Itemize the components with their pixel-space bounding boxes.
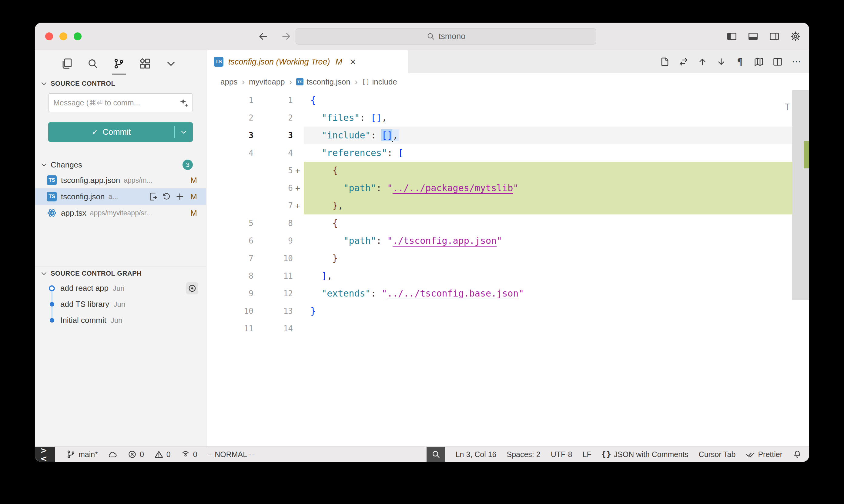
- ports[interactable]: 0: [181, 447, 197, 462]
- forward-icon[interactable]: [281, 31, 292, 42]
- breadcrumb-item[interactable]: TStsconfig.json: [296, 77, 350, 87]
- zoom-indicator[interactable]: [427, 447, 445, 462]
- file-row[interactable]: app.tsxapps/myviteapp/sr...M: [35, 205, 206, 221]
- code-line[interactable]: 5+ {: [206, 162, 809, 179]
- source-control-graph-header[interactable]: SOURCE CONTROL GRAPH: [35, 267, 206, 280]
- changes-section-header[interactable]: Changes 3: [35, 158, 206, 172]
- tab-tsconfig-working-tree[interactable]: TS tsconfig.json (Working Tree) M ×: [206, 50, 408, 73]
- zoom-window-button[interactable]: [74, 32, 82, 40]
- eol[interactable]: LF: [583, 447, 591, 462]
- editor-scrollbar[interactable]: [792, 90, 809, 300]
- diff-add-marker: [293, 285, 304, 302]
- target-icon[interactable]: [186, 282, 198, 294]
- next-change-icon[interactable]: [717, 57, 726, 67]
- explorer-view-button[interactable]: [54, 50, 80, 77]
- extensions-view-button[interactable]: [132, 50, 158, 77]
- diff-add-marker: [293, 320, 304, 337]
- source-control-section-header[interactable]: SOURCE CONTROL: [35, 77, 206, 90]
- more-actions-icon[interactable]: ···: [792, 57, 801, 67]
- file-row[interactable]: TStsconfig.jsona...M: [35, 188, 206, 205]
- warnings[interactable]: 0: [154, 447, 171, 462]
- code-line[interactable]: 7+ },: [206, 197, 809, 214]
- previous-change-icon[interactable]: [697, 57, 707, 67]
- more-views-button[interactable]: [158, 50, 184, 77]
- vim-mode[interactable]: -- NORMAL --: [208, 447, 254, 462]
- commit-row[interactable]: Initial commitJuri: [35, 312, 206, 328]
- notifications[interactable]: [793, 447, 802, 462]
- code-line[interactable]: 1013}: [206, 302, 809, 320]
- search-view-button[interactable]: [80, 50, 106, 77]
- commit-button[interactable]: ✓ Commit: [48, 122, 193, 142]
- commit-row[interactable]: add TS libraryJuri: [35, 296, 206, 312]
- code-line[interactable]: 6+ "path": "../../packages/mytslib": [206, 179, 809, 197]
- broadcast-icon: [181, 450, 190, 459]
- toggle-primary-sidebar-icon[interactable]: [727, 31, 737, 41]
- open-file-icon[interactable]: [660, 57, 670, 67]
- breadcrumb-separator: ›: [289, 77, 292, 87]
- swap-diff-sides-icon[interactable]: [679, 57, 688, 67]
- discard-icon[interactable]: [162, 192, 171, 201]
- gear-icon[interactable]: [790, 31, 800, 41]
- diff-editor[interactable]: 11{22 "files": [],33 "include": [],44 "r…: [206, 90, 809, 447]
- sidebar-spacer: [35, 221, 206, 267]
- publish-changes[interactable]: [108, 447, 117, 462]
- code-line[interactable]: 1114: [206, 320, 809, 337]
- code-line[interactable]: 33 "include": [],: [206, 127, 809, 144]
- breadcrumb-item[interactable]: myviteapp: [249, 77, 285, 87]
- code-line[interactable]: 22 "files": [],: [206, 109, 809, 127]
- search-query: tsmono: [439, 32, 466, 41]
- close-window-button[interactable]: [45, 32, 53, 40]
- modified-line-number: 9: [254, 232, 293, 250]
- toggle-secondary-sidebar-icon[interactable]: [769, 31, 779, 41]
- commit-graph-list: add react appJuriadd TS libraryJuriIniti…: [35, 280, 206, 328]
- commit-options-dropdown[interactable]: [175, 128, 193, 136]
- breadcrumb-item[interactable]: apps: [220, 77, 237, 87]
- code-line[interactable]: 811 ],: [206, 267, 809, 285]
- status-bar: ><main*000-- NORMAL -- Ln 3, Col 16Space…: [35, 447, 809, 462]
- search-view-icon: [87, 58, 99, 69]
- command-center-search[interactable]: tsmono: [296, 28, 596, 44]
- code-line[interactable]: 710 }: [206, 250, 809, 267]
- modified-line-number: 13: [254, 302, 293, 320]
- cursor-position[interactable]: Ln 3, Col 16: [455, 447, 497, 462]
- errors[interactable]: 0: [127, 447, 144, 462]
- remote-indicator[interactable]: ><: [35, 447, 55, 462]
- file-row[interactable]: TStsconfig.app.jsonapps/m...M: [35, 172, 206, 188]
- code-line[interactable]: 44 "references": [: [206, 144, 809, 162]
- split-editor-icon[interactable]: [773, 57, 782, 67]
- toggle-panel-icon[interactable]: [748, 31, 758, 41]
- map-view-icon[interactable]: [754, 57, 764, 67]
- commit-row[interactable]: add react appJuri: [35, 280, 206, 296]
- status-label: Cursor Tab: [699, 450, 736, 459]
- file-name: app.tsx: [61, 209, 86, 218]
- minimize-window-button[interactable]: [59, 32, 67, 40]
- modified-line-number: 4: [254, 144, 293, 162]
- file-name: tsconfig.app.json: [61, 176, 120, 185]
- diff-add-marker: [293, 214, 304, 232]
- whitespace-toggle-icon[interactable]: ¶: [735, 57, 745, 67]
- close-icon[interactable]: ×: [348, 57, 358, 67]
- stage-icon[interactable]: [175, 192, 184, 201]
- commit-message-input[interactable]: [48, 93, 193, 112]
- cursor-tab[interactable]: Cursor Tab: [699, 447, 736, 462]
- indentation[interactable]: Spaces: 2: [506, 447, 540, 462]
- code-line[interactable]: 912 "extends": "../../tsconfig.base.json…: [206, 285, 809, 302]
- code-line[interactable]: 58 {: [206, 214, 809, 232]
- formatter[interactable]: Prettier: [746, 447, 782, 462]
- language-mode[interactable]: {}JSON with Comments: [602, 447, 688, 462]
- array-icon: [ ]: [362, 78, 369, 85]
- generate-commit-message-icon[interactable]: [179, 97, 189, 107]
- encoding[interactable]: UTF-8: [551, 447, 572, 462]
- source-control-view-button[interactable]: [106, 50, 132, 77]
- breadcrumb-item[interactable]: [ ]include: [362, 77, 397, 87]
- code-line-content: {: [304, 91, 792, 109]
- back-icon[interactable]: [258, 31, 269, 42]
- code-line[interactable]: 11{: [206, 91, 809, 109]
- code-line-content: {: [304, 214, 792, 232]
- code-line[interactable]: 69 "path": "./tsconfig.app.json": [206, 232, 809, 250]
- original-line-number: 9: [206, 285, 254, 302]
- modified-line-number: 3: [254, 127, 293, 144]
- git-branch[interactable]: main*: [66, 447, 98, 462]
- editor-actions: ¶ ···: [660, 50, 801, 73]
- open-file-icon[interactable]: [149, 192, 158, 201]
